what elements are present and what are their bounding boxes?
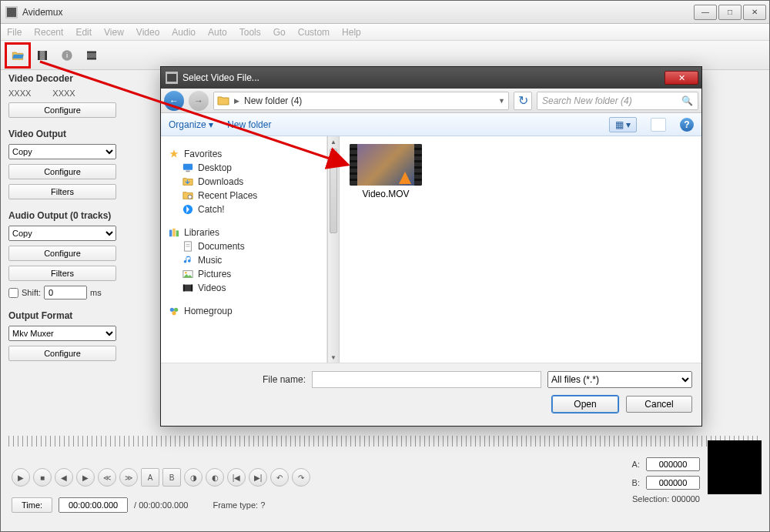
shift-label: Shift: [22, 288, 41, 297]
menu-view[interactable]: View [104, 27, 124, 38]
last-frame-button[interactable]: ▶| [249, 468, 267, 487]
nav-documents[interactable]: Documents [182, 241, 319, 252]
preview-pane-toggle[interactable] [651, 118, 666, 132]
video-output-configure-button[interactable]: Configure [8, 164, 116, 179]
svg-point-28 [174, 308, 178, 312]
file-dialog: Select Video File... ✕ ← → ▶ New folder … [160, 66, 702, 427]
nav-pictures[interactable]: Pictures [182, 269, 319, 279]
output-format-configure-button[interactable]: Configure [8, 346, 116, 361]
stop-button[interactable]: ■ [33, 468, 52, 487]
close-button[interactable]: ✕ [743, 5, 766, 20]
video-output-select[interactable]: Copy [8, 144, 116, 159]
dialog-toolbar: Organize ▾ New folder ▦ ▾ ? [161, 113, 701, 136]
libraries-group[interactable]: Libraries [169, 227, 319, 238]
menu-help[interactable]: Help [342, 27, 361, 38]
file-list-pane[interactable]: Video.MOV [340, 136, 701, 363]
back-button[interactable]: ← [164, 91, 184, 111]
breadcrumb-dropdown[interactable]: ▼ [498, 97, 505, 105]
play-button[interactable]: ▶ [12, 468, 30, 487]
scroll-down[interactable]: ▼ [328, 352, 339, 363]
homegroup-icon [169, 306, 179, 316]
menu-custom[interactable]: Custom [298, 27, 330, 38]
audio-output-select[interactable]: Copy [8, 226, 116, 241]
svg-rect-16 [169, 230, 172, 237]
menu-go[interactable]: Go [273, 27, 286, 38]
nav-recent[interactable]: Recent Places [182, 190, 319, 201]
info-button[interactable]: i [56, 45, 78, 66]
menu-audio[interactable]: Audio [172, 27, 196, 38]
menu-tools[interactable]: Tools [239, 27, 261, 38]
save-file-button[interactable] [32, 45, 53, 66]
first-frame-button[interactable]: |◀ [227, 468, 246, 487]
audio-output-filters-button[interactable]: Filters [8, 266, 116, 281]
mark-a-value[interactable] [646, 457, 700, 471]
time-input[interactable] [59, 497, 128, 513]
prev-frame-button[interactable]: ◀ [55, 468, 73, 487]
titlebar[interactable]: Avidemux — □ ✕ [1, 1, 769, 24]
timeline[interactable] [8, 436, 762, 457]
prev-key-button[interactable]: ≪ [98, 468, 116, 487]
nav-desktop[interactable]: Desktop [182, 162, 319, 173]
menu-file[interactable]: File [7, 27, 22, 38]
homegroup[interactable]: Homegroup [169, 306, 319, 316]
audio-output-configure-button[interactable]: Configure [8, 246, 116, 261]
menu-edit[interactable]: Edit [75, 27, 92, 38]
mark-b-label: B: [632, 478, 640, 487]
nav-music[interactable]: Music [182, 255, 319, 266]
nav-catch[interactable]: Catch! [182, 204, 319, 215]
music-icon [182, 255, 193, 266]
video-output-filters-button[interactable]: Filters [8, 184, 116, 199]
mark-a-button[interactable]: A [141, 468, 159, 487]
file-item-video[interactable]: Video.MOV [347, 144, 424, 199]
timeline-ruler[interactable] [8, 436, 762, 447]
shift-checkbox[interactable] [8, 288, 18, 298]
help-button[interactable]: ? [680, 118, 694, 132]
file-filter-select[interactable]: All files (*.*) [547, 371, 692, 388]
cancel-button[interactable]: Cancel [626, 396, 692, 413]
documents-icon [182, 241, 193, 252]
time-button[interactable]: Time: [12, 497, 52, 513]
pictures-icon [182, 269, 193, 279]
scroll-up[interactable]: ▲ [328, 136, 339, 147]
nav-downloads[interactable]: Downloads [182, 176, 319, 187]
decoder-configure-button[interactable]: Configure [8, 102, 116, 118]
filename-input[interactable] [312, 371, 541, 388]
menu-auto[interactable]: Auto [208, 27, 227, 38]
scroll-thumb[interactable] [330, 149, 337, 233]
open-button[interactable]: Open [552, 396, 618, 413]
organize-menu[interactable]: Organize ▾ [169, 119, 213, 130]
goto-b-button[interactable]: ↷ [292, 468, 310, 487]
view-mode-button[interactable]: ▦ ▾ [609, 117, 637, 132]
svg-point-27 [170, 308, 174, 312]
vlc-cone-icon [399, 172, 411, 184]
mark-b-button[interactable]: B [162, 468, 181, 487]
svg-rect-18 [176, 230, 179, 236]
svg-point-29 [172, 311, 176, 315]
breadcrumb[interactable]: ▶ New folder (4) ▼ [213, 92, 509, 110]
menu-recent[interactable]: Recent [34, 27, 63, 38]
breadcrumb-current[interactable]: New folder (4) [244, 95, 302, 106]
prev-black-button[interactable]: ◑ [184, 468, 203, 487]
dialog-close-button[interactable]: ✕ [665, 71, 698, 85]
nav-scrollbar[interactable]: ▲ ▼ [327, 136, 340, 363]
favorites-group[interactable]: Favorites [169, 149, 319, 159]
nav-videos[interactable]: Videos [182, 283, 319, 293]
new-folder-button[interactable]: New folder [227, 119, 271, 130]
search-input[interactable]: Search New folder (4) 🔍 [537, 92, 698, 110]
forward-button[interactable]: → [189, 91, 209, 111]
next-black-button[interactable]: ◐ [206, 468, 224, 487]
dialog-titlebar[interactable]: Select Video File... ✕ [161, 67, 701, 89]
menubar: File Recent Edit View Video Audio Auto T… [1, 24, 769, 41]
mark-b-value[interactable] [646, 476, 700, 490]
goto-a-button[interactable]: ↶ [270, 468, 289, 487]
maximize-button[interactable]: □ [718, 5, 742, 20]
output-format-select[interactable]: Mkv Muxer [8, 326, 116, 341]
film-button[interactable] [81, 45, 102, 66]
next-frame-button[interactable]: ▶ [76, 468, 95, 487]
menu-video[interactable]: Video [136, 27, 159, 38]
refresh-button[interactable]: ↻ [514, 92, 532, 110]
open-file-button[interactable] [7, 45, 28, 66]
shift-input[interactable] [44, 286, 87, 299]
minimize-button[interactable]: — [694, 5, 717, 20]
next-key-button[interactable]: ≫ [119, 468, 138, 487]
